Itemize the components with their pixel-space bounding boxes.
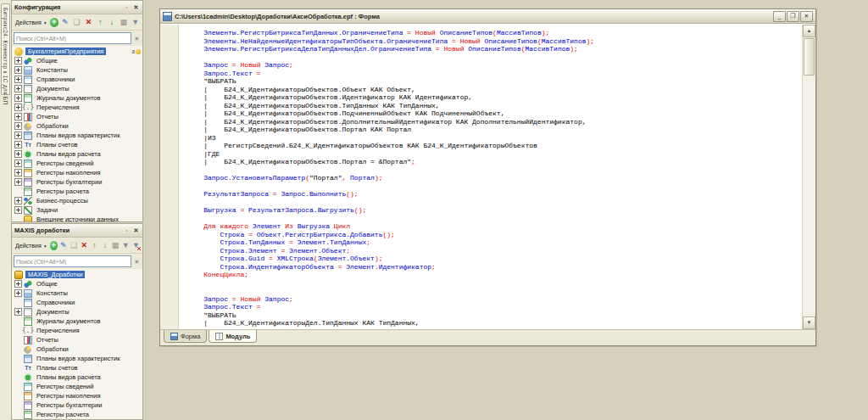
tree-item[interactable]: Журналы документов (12, 93, 142, 103)
expand-icon[interactable] (14, 57, 22, 64)
close-icon[interactable]: ✕ (132, 227, 140, 234)
tree-item[interactable]: ТтПланы счетов (12, 140, 142, 149)
tree-item[interactable]: {.}Перечисления (12, 326, 142, 335)
close-icon[interactable]: ✕ (132, 3, 140, 11)
tree-item[interactable]: Регистры накопления (12, 391, 142, 400)
scrollbar-thumb[interactable] (804, 38, 815, 76)
calcplan-icon (24, 373, 32, 382)
expand-icon[interactable] (14, 178, 22, 186)
expand-icon[interactable] (14, 169, 22, 176)
minimize-button[interactable]: _ (773, 11, 786, 22)
tree-item[interactable]: Константы (12, 65, 142, 75)
tree-item[interactable]: Планы видов характеристик (12, 131, 142, 140)
scroll-down-icon[interactable]: ▼ (803, 316, 815, 329)
tree-item[interactable]: Документы (12, 307, 142, 316)
code-line: Запрос.УстановитьПараметр("Портал", Порт… (187, 174, 802, 182)
move-up-icon[interactable]: ↑ (95, 17, 106, 28)
tree-item-label: Общие (35, 280, 59, 288)
pin-icon[interactable]: ◦ (123, 3, 131, 11)
expand-icon[interactable] (14, 150, 22, 158)
tree-item[interactable]: Отчеты (12, 335, 142, 344)
settings-icon[interactable]: ▦ (118, 17, 129, 28)
actions-button[interactable]: Действия ▼ (14, 242, 49, 249)
expand-icon[interactable] (14, 76, 22, 83)
tree-item[interactable]: Общие (12, 56, 142, 65)
tree-item[interactable]: Регистры расчета (12, 410, 142, 419)
tree-item[interactable]: Бизнес-процессы (12, 196, 142, 205)
expand-icon[interactable] (14, 85, 22, 92)
expand-icon[interactable] (14, 141, 22, 148)
clear-search-icon[interactable]: ✕ (133, 35, 141, 42)
tree-item[interactable]: {.}Перечисления (12, 103, 142, 112)
enum-icon: {.} (24, 327, 32, 335)
copy-icon[interactable]: ❏ (69, 240, 78, 251)
expand-icon[interactable] (14, 66, 22, 74)
tree-item[interactable]: Справочники (12, 298, 142, 307)
actions-button[interactable]: Действия ▼ (14, 19, 49, 26)
expand-icon[interactable] (14, 122, 22, 130)
tree-item[interactable]: Обработки (12, 344, 142, 354)
vertical-scrollbar[interactable]: ▲ ▼ (802, 25, 815, 329)
expand-icon[interactable] (14, 206, 22, 214)
tree-item[interactable]: Обработки (12, 121, 142, 131)
tree-item[interactable]: Регистры сведений (12, 159, 142, 168)
filter-icon[interactable]: ▼ (130, 17, 141, 28)
expand-icon[interactable] (14, 197, 22, 204)
maximize-button[interactable]: ❒ (787, 11, 799, 22)
tab-модуль[interactable]: Модуль (209, 330, 257, 343)
expand-icon[interactable] (14, 280, 22, 288)
tree-item[interactable]: Регистры расчета (12, 187, 142, 196)
search-input[interactable] (14, 32, 131, 44)
tree-item[interactable]: Отчеты (12, 112, 142, 121)
tree-item[interactable]: Общие (12, 279, 142, 288)
settings-icon[interactable]: ▦ (110, 240, 120, 251)
edit-icon[interactable]: ✎ (58, 240, 68, 251)
copy-icon[interactable]: ❏ (71, 17, 82, 28)
expand-icon[interactable] (14, 94, 22, 102)
add-icon[interactable]: + (50, 241, 58, 250)
expand-icon[interactable] (14, 113, 22, 120)
tree-item[interactable]: ТтПланы счетов (12, 363, 142, 372)
tree-root-item[interactable]: БухгалтерияПредприятияа (12, 47, 142, 56)
edit-icon[interactable]: ✎ (59, 17, 70, 28)
search-input[interactable] (14, 255, 131, 267)
editor-titlebar[interactable]: C:\Users\1cadmin\Desktop\Доработки\АксиО… (160, 9, 815, 24)
expand-icon[interactable] (14, 104, 22, 111)
tree-item[interactable]: Регистры накопления (12, 168, 142, 177)
tree-item[interactable]: Справочники (12, 75, 142, 84)
tree-item[interactable]: Регистры бухгалтерии (12, 400, 142, 410)
filter-icon[interactable]: ▼ (121, 240, 131, 251)
add-icon[interactable]: + (50, 18, 59, 27)
tree-item[interactable]: Планы видов расчета (12, 149, 142, 159)
delete-icon[interactable]: ✕ (80, 240, 89, 251)
tree-item[interactable]: Регистры сведений (12, 382, 142, 391)
tree-item[interactable]: Планы видов характеристик (12, 354, 142, 363)
tree-item[interactable]: Константы (12, 288, 142, 298)
pin-icon[interactable]: ◦ (123, 227, 131, 234)
scroll-up-icon[interactable]: ▲ (803, 25, 815, 37)
tree-root-item[interactable]: MAXIS_Доработки (12, 270, 142, 279)
expand-icon[interactable] (14, 132, 22, 139)
code-editor-text[interactable]: Элементы.РегистрБитриксаТипДанных.Ограни… (179, 25, 802, 329)
expand-icon[interactable] (14, 160, 22, 167)
code-line (187, 182, 802, 191)
clear-search-icon[interactable]: ✕ (133, 258, 141, 266)
move-down-icon[interactable]: ↓ (107, 17, 118, 28)
close-button[interactable]: ✕ (800, 11, 813, 22)
expand-icon[interactable] (14, 289, 22, 297)
move-up-icon[interactable]: ↑ (90, 240, 99, 251)
tree-item[interactable]: Документы (12, 84, 142, 93)
expand-icon[interactable] (14, 308, 22, 316)
tree-item[interactable]: Задачи (12, 205, 142, 215)
tree-item[interactable]: Регистры бухгалтерии (12, 177, 142, 187)
filter-clear-icon[interactable]: ▼ (131, 240, 141, 251)
tree-item[interactable]: Журналы документов (12, 316, 142, 326)
code-line (187, 199, 802, 207)
regacct-icon (24, 178, 32, 187)
delete-icon[interactable]: ✕ (83, 17, 94, 28)
tab-форма[interactable]: Форма (164, 330, 207, 343)
sidebar-vertical-tab-bitrix24[interactable]: Битрикс24. Коннектор к 1С для БП (1, 3, 10, 95)
move-down-icon[interactable]: ↓ (100, 240, 109, 251)
tree-item[interactable]: Внешние источники данных (12, 215, 142, 221)
tree-item[interactable]: Планы видов расчета (12, 372, 142, 382)
